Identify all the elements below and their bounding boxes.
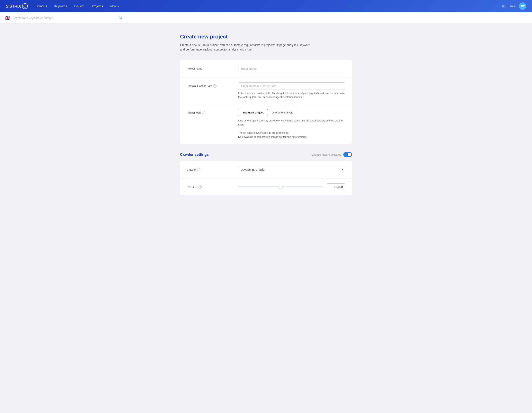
- crawler-section-title: Crawler settings: [180, 153, 209, 157]
- nav-more-label: More: [110, 4, 117, 8]
- url-limit-value[interactable]: 10,000: [327, 184, 345, 190]
- domain-wrap: Enter a domain, host or path. This targe…: [238, 83, 345, 99]
- project-type-label: Project type ?: [187, 109, 232, 114]
- standard-project-button[interactable]: Standard project: [238, 109, 268, 116]
- crawler-section-heading: Crawler settings Onpage feature activate…: [180, 147, 352, 161]
- project-name-label: Project name: [187, 65, 232, 70]
- nav-keywords[interactable]: Keywords: [52, 3, 70, 9]
- page-description: Create a new SISTRIX project. You can au…: [180, 43, 311, 52]
- crawler-row: Crawler ? JavaScript-Crawler ▾: [180, 161, 352, 178]
- project-type-wrap: Standard project One-time analysis One-t…: [238, 109, 345, 139]
- crawler-help-icon[interactable]: ?: [197, 168, 200, 171]
- onpage-toggle[interactable]: [343, 152, 352, 157]
- url-limit-help-icon[interactable]: ?: [199, 185, 202, 189]
- nav-more[interactable]: More ▼: [107, 3, 123, 9]
- nav-projects[interactable]: Projects: [89, 3, 106, 9]
- project-type-buttons: Standard project One-time analysis: [238, 109, 297, 116]
- nav-user-name: Talia: [510, 4, 516, 8]
- project-name-wrap: [238, 65, 345, 72]
- one-time-analysis-button[interactable]: One-time analysis: [268, 109, 297, 116]
- main-content: Create new project Create a new SISTRIX …: [164, 24, 368, 205]
- domain-hint: Enter a domain, host or path. This targe…: [238, 92, 345, 99]
- chevron-down-icon: ▼: [118, 5, 120, 7]
- page-title: Create new project: [180, 34, 352, 40]
- url-limit-wrap: 10,000: [238, 184, 345, 190]
- navbar: SISTRIX Domains Keywords Content Project…: [0, 0, 532, 12]
- searchbar: 🇬🇧: [0, 12, 532, 24]
- svg-line-1: [121, 18, 122, 18]
- domain-help-icon[interactable]: ?: [213, 84, 217, 88]
- logo[interactable]: SISTRIX: [6, 3, 28, 9]
- slider-fill: [238, 186, 281, 187]
- domain-input[interactable]: [238, 83, 345, 90]
- project-name-row: Project name: [180, 60, 352, 77]
- logo-icon: [22, 3, 28, 9]
- logo-text: SISTRIX: [6, 4, 21, 9]
- url-limit-slider-row: 10,000: [238, 184, 345, 190]
- project-type-help-icon[interactable]: ?: [202, 111, 205, 114]
- search-input[interactable]: [12, 16, 115, 20]
- crawler-label: Crawler ?: [187, 166, 232, 171]
- flag-icon: 🇬🇧: [5, 16, 10, 20]
- toggle-area: Onpage feature activated: [311, 152, 352, 157]
- domain-label: Domain, Host or Path ?: [187, 83, 232, 88]
- create-project-form: Project name Domain, Host or Path ? Ente…: [180, 60, 352, 144]
- grid-icon[interactable]: ⊞: [501, 3, 506, 9]
- avatar[interactable]: TW: [519, 2, 526, 10]
- toggle-label: Onpage feature activated: [311, 153, 341, 156]
- crawler-select[interactable]: JavaScript-Crawler: [238, 166, 345, 173]
- domain-row: Domain, Host or Path ? Enter a domain, h…: [180, 77, 352, 104]
- crawler-settings-form: Crawler ? JavaScript-Crawler ▾ URL limit…: [180, 161, 352, 195]
- project-name-input[interactable]: [238, 65, 345, 72]
- project-type-row: Project type ? Standard project One-time…: [180, 104, 352, 144]
- nav-domains[interactable]: Domains: [33, 3, 50, 9]
- project-type-hint: One-time projects are only crawled once …: [238, 119, 345, 139]
- crawler-select-wrap: JavaScript-Crawler ▾: [238, 166, 345, 173]
- nav-content[interactable]: Content: [71, 3, 87, 9]
- slider-thumb[interactable]: [278, 185, 283, 189]
- url-limit-label: URL limit ?: [187, 184, 232, 189]
- slider-track: [238, 186, 323, 187]
- search-button[interactable]: [117, 15, 124, 21]
- crawler-dropdown-wrap: JavaScript-Crawler ▾: [238, 166, 345, 173]
- url-limit-row: URL limit ? 10,000: [180, 178, 352, 195]
